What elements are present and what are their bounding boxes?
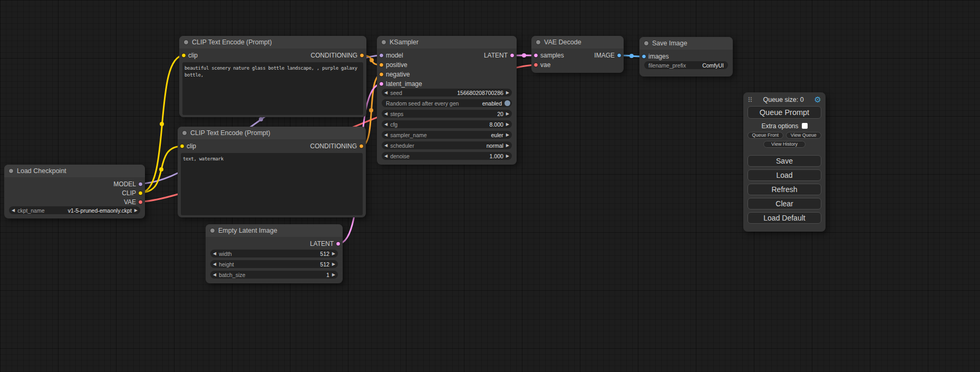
node-empty-latent-image[interactable]: Empty Latent Image LATENT ◀ width 512 ▶ … xyxy=(206,224,343,283)
sampler-name-widget[interactable]: ◀ sampler_name euler ▶ xyxy=(382,131,512,139)
node-titlebar[interactable]: Save Image xyxy=(639,37,733,50)
collapse-dot-icon[interactable] xyxy=(644,41,649,46)
arrow-right-icon[interactable]: ▶ xyxy=(503,141,512,149)
arrow-right-icon[interactable]: ▶ xyxy=(132,206,140,214)
arrow-left-icon[interactable]: ◀ xyxy=(382,131,390,139)
node-clip-text-encode-negative[interactable]: CLIP Text Encode (Prompt) clip CONDITION… xyxy=(178,127,366,217)
extra-options-label: Extra options xyxy=(761,122,798,130)
node-title: VAE Decode xyxy=(544,39,581,46)
negative-input-dot[interactable] xyxy=(379,72,384,77)
batch-size-widget[interactable]: ◀ batch_size 1 ▶ xyxy=(210,271,338,279)
height-widget[interactable]: ◀ height 512 ▶ xyxy=(210,260,338,268)
collapse-dot-icon[interactable] xyxy=(182,130,187,136)
collapse-dot-icon[interactable] xyxy=(381,40,386,45)
save-button[interactable]: Save xyxy=(748,155,821,167)
input-slot-positive: positive xyxy=(377,60,517,70)
ckpt-name-widget[interactable]: ◀ ckpt_name v1-5-pruned-emaonly.ckpt ▶ xyxy=(9,206,140,214)
model-output-dot[interactable] xyxy=(138,182,143,186)
arrow-left-icon[interactable]: ◀ xyxy=(382,120,390,128)
clip-input-dot[interactable] xyxy=(181,53,186,58)
node-ksampler[interactable]: KSampler model LATENT positive negative … xyxy=(377,36,517,165)
node-graph-canvas[interactable]: Load Checkpoint MODEL CLIP VAE ◀ ckpt_na… xyxy=(0,0,980,372)
input-slot-negative: negative xyxy=(377,70,517,79)
clear-button[interactable]: Clear xyxy=(748,198,821,209)
arrow-left-icon[interactable]: ◀ xyxy=(382,152,390,160)
clip-output-dot[interactable] xyxy=(138,190,143,195)
filename-prefix-widget[interactable]: filename_prefix ComfyUI xyxy=(644,61,728,69)
conditioning-output-dot[interactable] xyxy=(359,144,364,149)
node-title: Load Checkpoint xyxy=(17,167,66,175)
node-save-image[interactable]: Save Image images filename_prefix ComfyU… xyxy=(639,37,733,77)
load-button[interactable]: Load xyxy=(748,169,821,181)
collapse-dot-icon[interactable] xyxy=(210,228,215,233)
arrow-right-icon[interactable]: ▶ xyxy=(503,120,512,128)
node-title: Empty Latent Image xyxy=(218,227,277,234)
queue-size-label: Queue size: 0 xyxy=(753,96,814,103)
image-output-dot[interactable] xyxy=(617,53,622,58)
arrow-right-icon[interactable]: ▶ xyxy=(329,250,338,257)
widget-label: scheduler xyxy=(390,142,414,149)
arrow-right-icon[interactable]: ▶ xyxy=(503,110,512,118)
extra-options-checkbox[interactable] xyxy=(802,123,808,129)
refresh-button[interactable]: Refresh xyxy=(748,184,821,195)
node-titlebar[interactable]: Load Checkpoint xyxy=(4,165,145,177)
arrow-right-icon[interactable]: ▶ xyxy=(329,271,338,279)
arrow-right-icon[interactable]: ▶ xyxy=(329,260,338,268)
positive-prompt-textarea[interactable]: beautiful scenery nature glass bottle la… xyxy=(182,62,363,115)
latent-image-input-dot[interactable] xyxy=(379,82,384,87)
node-titlebar[interactable]: Empty Latent Image xyxy=(206,224,343,237)
random-seed-widget[interactable]: Random seed after every gen enabled xyxy=(382,99,512,107)
vae-output-dot[interactable] xyxy=(138,199,143,204)
input-slot-latent-image: latent_image xyxy=(377,79,517,89)
node-titlebar[interactable]: KSampler xyxy=(377,36,517,49)
view-history-button[interactable]: View History xyxy=(763,141,806,148)
collapse-dot-icon[interactable] xyxy=(536,40,541,45)
arrow-left-icon[interactable]: ◀ xyxy=(382,141,390,149)
negative-prompt-textarea[interactable]: text, watermark xyxy=(181,153,363,215)
arrow-left-icon[interactable]: ◀ xyxy=(210,260,219,268)
queue-front-button[interactable]: Queue Front xyxy=(748,132,783,139)
cfg-widget[interactable]: ◀ cfg 8.000 ▶ xyxy=(382,120,512,128)
clip-input-dot[interactable] xyxy=(180,144,185,149)
samples-input-dot[interactable] xyxy=(533,53,538,58)
arrow-left-icon[interactable]: ◀ xyxy=(210,271,219,279)
arrow-left-icon[interactable]: ◀ xyxy=(382,110,390,118)
node-titlebar[interactable]: CLIP Text Encode (Prompt) xyxy=(179,36,366,49)
arrow-left-icon[interactable]: ◀ xyxy=(9,206,17,214)
collapse-dot-icon[interactable] xyxy=(183,40,189,45)
model-input-dot[interactable] xyxy=(379,53,384,58)
load-default-button[interactable]: Load Default xyxy=(748,212,821,224)
widget-label: height xyxy=(219,261,234,268)
slot-label: VAE xyxy=(124,198,136,206)
seed-widget[interactable]: ◀ seed 156680208700286 ▶ xyxy=(382,89,512,97)
input-slot-images: images xyxy=(639,52,733,61)
arrow-left-icon[interactable]: ◀ xyxy=(210,250,219,257)
latent-output-dot[interactable] xyxy=(336,242,341,246)
arrow-right-icon[interactable]: ▶ xyxy=(503,152,512,160)
node-load-checkpoint[interactable]: Load Checkpoint MODEL CLIP VAE ◀ ckpt_na… xyxy=(4,165,145,218)
queue-prompt-button[interactable]: Queue Prompt xyxy=(748,106,821,119)
positive-input-dot[interactable] xyxy=(379,63,384,68)
node-vae-decode[interactable]: VAE Decode samples IMAGE vae xyxy=(531,36,624,73)
settings-gear-icon[interactable]: ⚙ xyxy=(814,95,821,104)
arrow-left-icon[interactable]: ◀ xyxy=(382,89,390,97)
arrow-right-icon[interactable]: ▶ xyxy=(503,89,512,97)
node-clip-text-encode-positive[interactable]: CLIP Text Encode (Prompt) clip CONDITION… xyxy=(179,36,366,117)
vae-input-dot[interactable] xyxy=(533,63,538,68)
latent-output-dot[interactable] xyxy=(510,53,515,58)
drag-handle-icon[interactable]: ⠿ xyxy=(748,96,753,104)
conditioning-output-dot[interactable] xyxy=(360,53,364,58)
view-queue-button[interactable]: View Queue xyxy=(786,132,822,139)
node-titlebar[interactable]: CLIP Text Encode (Prompt) xyxy=(178,127,366,139)
denoise-widget[interactable]: ◀ denoise 1.000 ▶ xyxy=(382,152,512,160)
comfy-menu-panel[interactable]: ⠿ Queue size: 0 ⚙ Queue Prompt Extra opt… xyxy=(743,92,826,232)
width-widget[interactable]: ◀ width 512 ▶ xyxy=(210,250,338,257)
images-input-dot[interactable] xyxy=(642,54,646,59)
scheduler-widget[interactable]: ◀ scheduler normal ▶ xyxy=(382,141,512,149)
link-midpoint-dot xyxy=(629,54,634,58)
random-seed-toggle-icon[interactable] xyxy=(504,100,510,106)
arrow-right-icon[interactable]: ▶ xyxy=(503,131,512,139)
node-titlebar[interactable]: VAE Decode xyxy=(531,36,624,49)
steps-widget[interactable]: ◀ steps 20 ▶ xyxy=(382,110,512,118)
collapse-dot-icon[interactable] xyxy=(8,168,14,174)
